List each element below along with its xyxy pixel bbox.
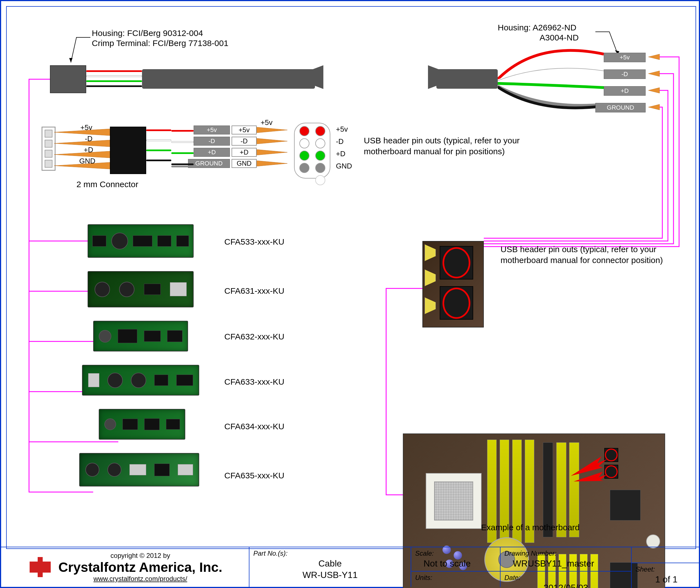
- scale-label: Scale:: [415, 550, 496, 557]
- company-logo-icon: [28, 555, 53, 580]
- lbl-mod-0: CFA533-xxx-KU: [224, 237, 284, 247]
- pcb-cfa635: [79, 453, 199, 486]
- wb-dneg: -D: [232, 137, 257, 146]
- lbl-5v-m: +5v: [261, 118, 273, 127]
- company-url: www.crystalfontz.com/products/: [58, 575, 222, 583]
- svg-rect-20: [38, 557, 43, 577]
- po-gnd: GND: [336, 162, 352, 170]
- part-no-label: Part No.(s):: [253, 550, 407, 557]
- pcb-cfa634: [99, 409, 185, 440]
- wb-dpos: +D: [232, 148, 257, 157]
- pcb-cfa633: [82, 365, 199, 396]
- plug-2mm: [110, 127, 146, 174]
- mid-dpos: +D: [194, 148, 230, 157]
- po-5v: +5v: [336, 125, 348, 134]
- date-value: 2012/05/03: [504, 583, 627, 588]
- dwg-label: Drawing Number:: [504, 550, 627, 557]
- wb-5v: +5v: [232, 126, 257, 134]
- svg-marker-7: [648, 104, 660, 110]
- term-gnd: GROUND: [595, 103, 646, 112]
- usb-header-closeup: [422, 241, 484, 327]
- lbl-5v-l: +5v: [80, 123, 92, 132]
- lbl-mod-5: CFA635-xxx-KU: [224, 471, 284, 480]
- lbl-mod-4: CFA634-xxx-KU: [224, 422, 284, 431]
- lbl-mod-3: CFA633-xxx-KU: [224, 377, 284, 387]
- pcb-cfa632: [93, 321, 188, 351]
- lbl-mod-1: CFA631-xxx-KU: [224, 286, 284, 296]
- po-dneg: -D: [336, 137, 343, 146]
- svg-marker-2: [312, 65, 323, 89]
- mid-gnd: GROUND: [188, 159, 230, 168]
- part-no: WR-USB-Y11: [253, 570, 407, 580]
- term-5v: +5v: [604, 53, 646, 62]
- lbl-mod-2: CFA632-xxx-KU: [224, 332, 284, 341]
- date-label: Date:: [504, 574, 627, 582]
- usb-header-pinout-panel: [294, 123, 330, 179]
- company-name: Crystalfontz America, Inc.: [58, 560, 222, 575]
- usb-note-top: USB header pin outs (typical, refer to y…: [364, 135, 567, 157]
- mid-dneg: -D: [194, 137, 230, 146]
- left-crimp-label: Crimp Terminal: FCI/Berg 77138-001: [92, 38, 228, 48]
- svg-rect-19: [42, 562, 50, 572]
- mobo-caption: Example of a motherboard: [481, 523, 580, 532]
- svg-marker-14: [257, 150, 287, 155]
- usb-note-mid: USB header pin outs (typical, refer to y…: [501, 244, 668, 266]
- part-desc: Cable: [253, 558, 407, 569]
- svg-marker-12: [257, 127, 287, 133]
- svg-marker-13: [257, 138, 287, 144]
- connector-4pin-socket: [42, 127, 56, 171]
- dwg-value: WRUSBY11_master: [504, 558, 627, 569]
- mid-5v: +5v: [194, 126, 230, 134]
- lbl-gnd-l: GND: [79, 157, 95, 165]
- lbl-2mm: 2 mm Connector: [76, 180, 138, 189]
- scale-value: Not to scale: [415, 558, 496, 569]
- svg-rect-18: [30, 562, 39, 572]
- pcb-cfa631: [88, 271, 194, 307]
- right-housing-label: Housing: A26962-ND: [498, 23, 576, 32]
- svg-marker-5: [648, 71, 660, 76]
- svg-marker-9: [54, 140, 110, 147]
- lbl-dneg-l: -D: [85, 134, 92, 143]
- sheet-value: 1 of 1: [636, 574, 697, 585]
- right-housing-alt: A3004-ND: [540, 33, 579, 42]
- left-connector-plug: [50, 65, 86, 93]
- wb-gnd: GND: [232, 159, 257, 168]
- lbl-dpos-l: +D: [84, 146, 93, 154]
- units-label: Units:: [415, 574, 496, 582]
- pcb-cfa533: [88, 224, 194, 258]
- po-dpos: +D: [336, 150, 345, 158]
- left-housing-label: Housing: FCI/Berg 90312-004: [92, 28, 203, 38]
- svg-marker-15: [257, 161, 287, 166]
- sheet-label: Sheet:: [636, 565, 697, 573]
- svg-marker-6: [648, 88, 660, 93]
- term-dneg: -D: [604, 69, 646, 79]
- title-block: copyright © 2012 by Crystalfontz America…: [1, 547, 700, 587]
- term-dpos: +D: [604, 86, 646, 96]
- copyright-text: copyright © 2012 by: [58, 552, 222, 560]
- svg-marker-4: [648, 54, 660, 60]
